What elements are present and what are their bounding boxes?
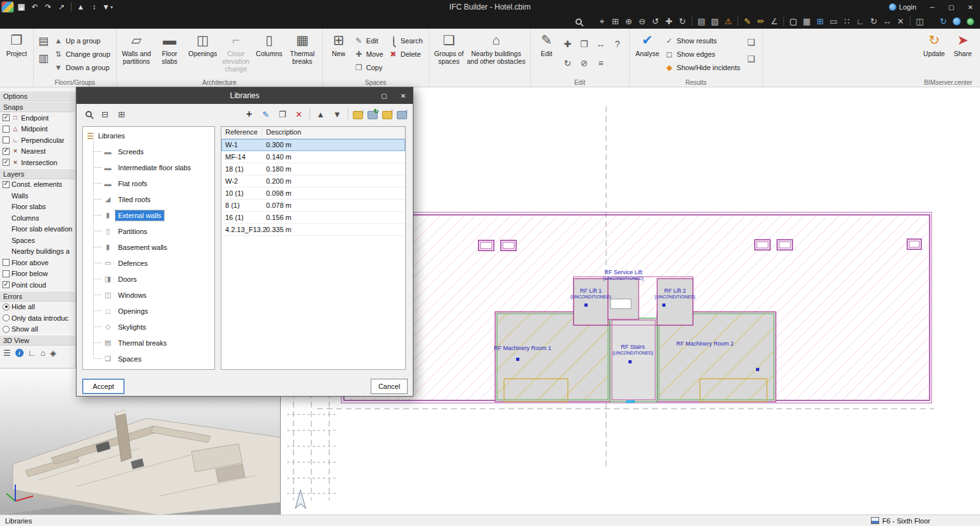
table-row[interactable]: 10 (1) 0.098 m: [221, 187, 405, 200]
snap-checkbox[interactable]: [3, 136, 10, 143]
copy-space-button[interactable]: ❐ Copy: [352, 61, 386, 74]
connection-status-icon[interactable]: [963, 15, 977, 28]
bim-globe-icon[interactable]: [950, 15, 963, 28]
analyse-button[interactable]: ✔ Analyse: [633, 31, 662, 59]
layers-header[interactable]: Layers: [0, 168, 75, 179]
table-row[interactable]: MF-14 0.140 m: [221, 151, 405, 163]
incidents-icon[interactable]: ⚠: [722, 15, 735, 28]
pan-icon[interactable]: ✚: [662, 15, 676, 28]
snap-checkbox[interactable]: [3, 159, 10, 166]
app-logo-icon[interactable]: [1, 1, 14, 13]
import-from-file-icon[interactable]: ↓: [353, 111, 363, 119]
zoom-in-icon[interactable]: ⊕: [622, 15, 635, 28]
snap-item[interactable]: ✕ Nearest: [0, 146, 75, 157]
delete-auxiliary-icon[interactable]: ✕: [894, 15, 907, 28]
dialog-close-button[interactable]: ✕: [394, 87, 413, 104]
match-properties-icon[interactable]: ↔: [593, 36, 609, 52]
info-icon[interactable]: i: [15, 349, 24, 357]
snap-checkbox[interactable]: [3, 148, 10, 155]
change-group-button[interactable]: ⇅ Change group: [51, 47, 113, 61]
columns-button[interactable]: ▯ Columns: [253, 31, 286, 59]
delete-item-icon[interactable]: ✕: [293, 108, 305, 121]
tree-item[interactable]: ◫ Windows: [83, 287, 214, 303]
paint-groups-icon[interactable]: ✏: [754, 15, 768, 28]
lift-2-room[interactable]: [657, 279, 693, 325]
layer-item[interactable]: Floor below: [0, 268, 75, 280]
grid-icon[interactable]: ▦: [800, 15, 813, 28]
update-button[interactable]: ↻ Update: [919, 31, 949, 59]
errors-header[interactable]: Errors: [0, 291, 75, 302]
tree-item[interactable]: ▤ Thermal breaks: [83, 335, 214, 351]
error-display-option[interactable]: Show all: [0, 324, 75, 335]
layer-item[interactable]: Columns: [0, 212, 75, 224]
layer-item[interactable]: Floor slabs: [0, 201, 75, 213]
tree-item[interactable]: ◢ Tiled roofs: [83, 191, 214, 207]
accept-button[interactable]: Accept: [82, 379, 124, 394]
3d-view-header[interactable]: 3D View: [0, 335, 75, 346]
orbit-icon[interactable]: ↻: [867, 15, 880, 28]
groups-icon[interactable]: ▥: [38, 52, 48, 65]
layer-item[interactable]: Floor slab elevation: [0, 224, 75, 235]
home-view-icon[interactable]: ⌂: [40, 348, 45, 358]
table-row[interactable]: 18 (1) 0.180 m: [221, 163, 405, 175]
tree-item[interactable]: ▭ Defences: [83, 255, 214, 271]
edit-space-button[interactable]: ✎ Edit: [352, 34, 386, 47]
paint-elements-icon[interactable]: ✎: [741, 15, 754, 28]
edit-item-icon[interactable]: ✎: [260, 108, 272, 121]
tree-item[interactable]: ◇ Skylights: [83, 319, 214, 335]
options-header[interactable]: Options: [0, 91, 75, 101]
export-to-server-icon[interactable]: ↑: [397, 111, 407, 119]
floor-up-button[interactable]: ▲: [75, 1, 87, 13]
minimize-button[interactable]: ─: [923, 0, 942, 14]
zoom-window-icon[interactable]: ⊞: [609, 15, 622, 28]
expand-all-icon[interactable]: ⊞: [115, 108, 128, 121]
library-search-icon[interactable]: [82, 108, 94, 121]
rotate-element-icon[interactable]: ↻: [560, 55, 576, 71]
snap-checkbox[interactable]: [3, 126, 10, 133]
layer-item[interactable]: Point cloud: [0, 279, 75, 291]
new-space-button[interactable]: ⊞ New: [326, 31, 352, 59]
floor-center-button[interactable]: ↕: [88, 1, 100, 13]
table-row[interactable]: 8 (1) 0.078 m: [221, 200, 405, 212]
error-radio[interactable]: [3, 314, 10, 321]
redo-button[interactable]: ↷: [42, 1, 54, 13]
table-row[interactable]: 4.2.13_F13.2 0.335 m: [221, 224, 405, 236]
section-box-icon[interactable]: ◈: [50, 348, 56, 358]
move-space-button[interactable]: ✚ Move: [352, 47, 386, 61]
layer-item[interactable]: Walls: [0, 190, 75, 201]
error-display-option[interactable]: Hide all: [0, 302, 75, 313]
nearby-buildings-button[interactable]: ⌂ Nearby buildings and other obstacles: [466, 31, 527, 66]
tree-item[interactable]: ▬ Intermediate floor slabs: [83, 159, 214, 175]
snap-grid-icon[interactable]: ⊞: [813, 15, 827, 28]
tree-item[interactable]: ❏ Spaces: [83, 351, 214, 367]
description-column-header[interactable]: Description: [262, 127, 405, 138]
tree-item[interactable]: ▮ Basement walls: [83, 239, 214, 255]
snap-item[interactable]: △ Midpoint: [0, 124, 75, 135]
layer-item[interactable]: Nearby buildings a: [0, 246, 75, 258]
project-button[interactable]: ❐ Project: [3, 31, 30, 59]
snap-checkbox[interactable]: [3, 114, 10, 121]
snaps-header[interactable]: Snaps: [0, 101, 75, 112]
snap-item[interactable]: □ Endpoint: [0, 112, 75, 124]
delete-space-button[interactable]: ✖ Delete: [386, 47, 426, 61]
snap-item[interactable]: ∟ Perpendicular: [0, 135, 75, 146]
floors-icon[interactable]: ▤: [38, 34, 48, 48]
sync-icon[interactable]: ↻: [937, 15, 950, 28]
login-button[interactable]: Login: [882, 3, 923, 11]
assign-properties-icon[interactable]: ≡: [593, 55, 609, 71]
layer-item[interactable]: Const. elements: [0, 179, 75, 191]
tree-item[interactable]: ▮ External walls: [83, 207, 214, 223]
edit-layers-icon[interactable]: ▤: [695, 15, 708, 28]
dialog-maximize-button[interactable]: ▢: [375, 87, 394, 104]
layer-checkbox[interactable]: [3, 181, 10, 188]
export-to-file-icon[interactable]: ↑: [382, 111, 392, 119]
erase-element-icon[interactable]: ⊘: [576, 55, 593, 71]
labels-icon[interactable]: ∷: [840, 15, 854, 28]
layer-checkbox[interactable]: [3, 281, 10, 288]
maximize-button[interactable]: ▢: [942, 0, 961, 14]
zoom-out-icon[interactable]: ⊖: [635, 15, 649, 28]
search-space-button[interactable]: Search: [386, 34, 426, 47]
add-item-icon[interactable]: +: [243, 108, 255, 121]
stairs-room[interactable]: [610, 318, 657, 402]
thermal-breaks-button[interactable]: ▦ Thermal breaks: [286, 31, 319, 66]
